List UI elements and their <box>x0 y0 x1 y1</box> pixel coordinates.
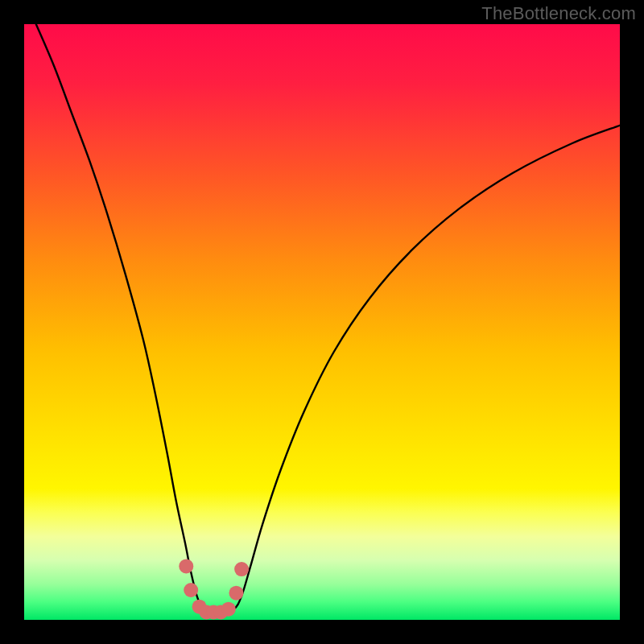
bottleneck-curve <box>36 24 620 613</box>
trough-marker <box>221 602 236 617</box>
watermark-text: TheBottleneck.com <box>481 3 636 24</box>
curve-layer <box>24 24 620 620</box>
chart-frame: TheBottleneck.com <box>0 0 644 644</box>
trough-marker <box>234 562 249 576</box>
trough-markers <box>179 559 249 619</box>
plot-area <box>24 24 620 620</box>
trough-marker <box>179 559 193 573</box>
trough-marker <box>229 586 243 601</box>
trough-marker <box>184 583 198 597</box>
